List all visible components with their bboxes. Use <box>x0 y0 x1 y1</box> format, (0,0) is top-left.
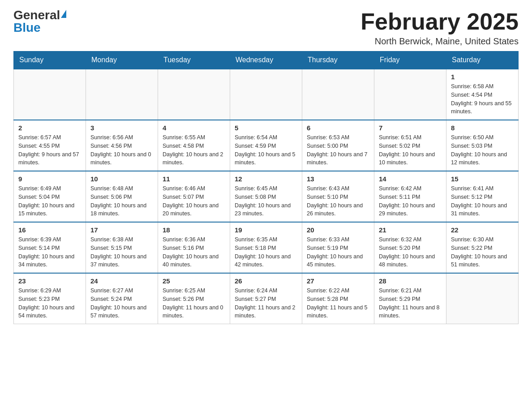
day-sun-info: Sunrise: 6:25 AM Sunset: 5:26 PM Dayligh… <box>163 287 225 320</box>
day-number: 23 <box>18 277 81 285</box>
day-sun-info: Sunrise: 6:22 AM Sunset: 5:28 PM Dayligh… <box>307 287 369 320</box>
calendar-day-cell: 13Sunrise: 6:43 AM Sunset: 5:10 PM Dayli… <box>302 171 374 222</box>
calendar-day-cell: 22Sunrise: 6:30 AM Sunset: 5:22 PM Dayli… <box>446 222 519 273</box>
calendar-day-cell: 14Sunrise: 6:42 AM Sunset: 5:11 PM Dayli… <box>374 171 446 222</box>
day-number: 16 <box>18 226 81 234</box>
day-sun-info: Sunrise: 6:27 AM Sunset: 5:24 PM Dayligh… <box>90 287 153 320</box>
location-subtitle: North Berwick, Maine, United States <box>360 36 519 47</box>
calendar-day-cell: 25Sunrise: 6:25 AM Sunset: 5:26 PM Dayli… <box>158 273 230 324</box>
day-number: 28 <box>379 277 442 285</box>
day-sun-info: Sunrise: 6:58 AM Sunset: 4:54 PM Dayligh… <box>451 82 514 116</box>
day-number: 21 <box>379 226 442 234</box>
day-number: 11 <box>163 175 225 183</box>
calendar-week-row: 16Sunrise: 6:39 AM Sunset: 5:14 PM Dayli… <box>14 222 519 273</box>
day-number: 4 <box>163 124 225 132</box>
calendar-day-cell: 18Sunrise: 6:36 AM Sunset: 5:16 PM Dayli… <box>158 222 230 273</box>
day-sun-info: Sunrise: 6:21 AM Sunset: 5:29 PM Dayligh… <box>379 287 442 320</box>
calendar-day-cell: 15Sunrise: 6:41 AM Sunset: 5:12 PM Dayli… <box>446 171 519 222</box>
day-number: 17 <box>90 226 153 234</box>
day-number: 26 <box>235 277 297 285</box>
calendar-day-cell <box>230 69 302 120</box>
logo-general-text: General <box>13 9 60 21</box>
title-section: February 2025 North Berwick, Maine, Unit… <box>360 9 519 47</box>
day-number: 9 <box>18 175 81 183</box>
logo-triangle-icon <box>61 10 66 18</box>
day-number: 10 <box>90 175 153 183</box>
day-number: 6 <box>307 124 369 132</box>
day-of-week-header: Saturday <box>446 51 519 69</box>
day-number: 7 <box>379 124 442 132</box>
day-number: 27 <box>307 277 369 285</box>
logo: General Blue <box>13 9 66 34</box>
calendar-day-cell: 24Sunrise: 6:27 AM Sunset: 5:24 PM Dayli… <box>86 273 158 324</box>
day-sun-info: Sunrise: 6:48 AM Sunset: 5:06 PM Dayligh… <box>90 184 153 218</box>
day-number: 1 <box>451 73 514 81</box>
logo-blue-text: Blue <box>13 21 41 34</box>
calendar-day-cell: 7Sunrise: 6:51 AM Sunset: 5:02 PM Daylig… <box>374 120 446 171</box>
day-sun-info: Sunrise: 6:46 AM Sunset: 5:07 PM Dayligh… <box>163 184 225 218</box>
calendar-day-cell: 27Sunrise: 6:22 AM Sunset: 5:28 PM Dayli… <box>302 273 374 324</box>
day-of-week-header: Tuesday <box>158 51 230 69</box>
day-sun-info: Sunrise: 6:41 AM Sunset: 5:12 PM Dayligh… <box>451 184 514 218</box>
day-sun-info: Sunrise: 6:50 AM Sunset: 5:03 PM Dayligh… <box>451 133 514 167</box>
day-sun-info: Sunrise: 6:39 AM Sunset: 5:14 PM Dayligh… <box>18 235 81 269</box>
calendar-day-cell: 8Sunrise: 6:50 AM Sunset: 5:03 PM Daylig… <box>446 120 519 171</box>
day-sun-info: Sunrise: 6:56 AM Sunset: 4:56 PM Dayligh… <box>90 133 153 167</box>
day-sun-info: Sunrise: 6:53 AM Sunset: 5:00 PM Dayligh… <box>307 133 369 167</box>
calendar-day-cell: 20Sunrise: 6:33 AM Sunset: 5:19 PM Dayli… <box>302 222 374 273</box>
calendar-day-cell <box>14 69 86 120</box>
day-number: 8 <box>451 124 514 132</box>
day-sun-info: Sunrise: 6:36 AM Sunset: 5:16 PM Dayligh… <box>163 235 225 269</box>
calendar-day-cell: 3Sunrise: 6:56 AM Sunset: 4:56 PM Daylig… <box>86 120 158 171</box>
day-sun-info: Sunrise: 6:38 AM Sunset: 5:15 PM Dayligh… <box>90 235 153 269</box>
day-sun-info: Sunrise: 6:35 AM Sunset: 5:18 PM Dayligh… <box>235 235 297 269</box>
day-number: 25 <box>163 277 225 285</box>
calendar-day-cell: 12Sunrise: 6:45 AM Sunset: 5:08 PM Dayli… <box>230 171 302 222</box>
day-sun-info: Sunrise: 6:42 AM Sunset: 5:11 PM Dayligh… <box>379 184 442 218</box>
day-of-week-header: Thursday <box>302 51 374 69</box>
day-number: 2 <box>18 124 81 132</box>
day-number: 13 <box>307 175 369 183</box>
day-sun-info: Sunrise: 6:24 AM Sunset: 5:27 PM Dayligh… <box>235 287 297 320</box>
day-sun-info: Sunrise: 6:33 AM Sunset: 5:19 PM Dayligh… <box>307 235 369 269</box>
calendar-day-cell: 28Sunrise: 6:21 AM Sunset: 5:29 PM Dayli… <box>374 273 446 324</box>
calendar-day-cell: 21Sunrise: 6:32 AM Sunset: 5:20 PM Dayli… <box>374 222 446 273</box>
day-number: 3 <box>90 124 153 132</box>
calendar-week-row: 1Sunrise: 6:58 AM Sunset: 4:54 PM Daylig… <box>14 69 519 120</box>
calendar-day-cell: 11Sunrise: 6:46 AM Sunset: 5:07 PM Dayli… <box>158 171 230 222</box>
day-number: 20 <box>307 226 369 234</box>
day-sun-info: Sunrise: 6:57 AM Sunset: 4:55 PM Dayligh… <box>18 133 81 167</box>
calendar-day-cell: 26Sunrise: 6:24 AM Sunset: 5:27 PM Dayli… <box>230 273 302 324</box>
day-number: 12 <box>235 175 297 183</box>
calendar-table: SundayMondayTuesdayWednesdayThursdayFrid… <box>13 51 519 324</box>
calendar-day-cell: 6Sunrise: 6:53 AM Sunset: 5:00 PM Daylig… <box>302 120 374 171</box>
calendar-day-cell: 1Sunrise: 6:58 AM Sunset: 4:54 PM Daylig… <box>446 69 519 120</box>
day-number: 19 <box>235 226 297 234</box>
day-of-week-header: Sunday <box>14 51 86 69</box>
day-sun-info: Sunrise: 6:32 AM Sunset: 5:20 PM Dayligh… <box>379 235 442 269</box>
day-of-week-header: Monday <box>86 51 158 69</box>
day-number: 15 <box>451 175 514 183</box>
day-sun-info: Sunrise: 6:51 AM Sunset: 5:02 PM Dayligh… <box>379 133 442 167</box>
calendar-day-cell: 10Sunrise: 6:48 AM Sunset: 5:06 PM Dayli… <box>86 171 158 222</box>
day-of-week-header: Friday <box>374 51 446 69</box>
day-number: 24 <box>90 277 153 285</box>
day-number: 18 <box>163 226 225 234</box>
calendar-day-cell <box>374 69 446 120</box>
day-sun-info: Sunrise: 6:54 AM Sunset: 4:59 PM Dayligh… <box>235 133 297 167</box>
calendar-day-cell <box>302 69 374 120</box>
calendar-week-row: 2Sunrise: 6:57 AM Sunset: 4:55 PM Daylig… <box>14 120 519 171</box>
day-sun-info: Sunrise: 6:45 AM Sunset: 5:08 PM Dayligh… <box>235 184 297 218</box>
calendar-day-cell: 9Sunrise: 6:49 AM Sunset: 5:04 PM Daylig… <box>14 171 86 222</box>
calendar-day-cell <box>158 69 230 120</box>
day-number: 14 <box>379 175 442 183</box>
calendar-day-cell: 5Sunrise: 6:54 AM Sunset: 4:59 PM Daylig… <box>230 120 302 171</box>
calendar-week-row: 23Sunrise: 6:29 AM Sunset: 5:23 PM Dayli… <box>14 273 519 324</box>
page-header: General Blue February 2025 North Berwick… <box>13 9 519 47</box>
calendar-day-cell: 2Sunrise: 6:57 AM Sunset: 4:55 PM Daylig… <box>14 120 86 171</box>
day-sun-info: Sunrise: 6:29 AM Sunset: 5:23 PM Dayligh… <box>18 287 81 320</box>
calendar-day-cell: 4Sunrise: 6:55 AM Sunset: 4:58 PM Daylig… <box>158 120 230 171</box>
calendar-day-cell <box>86 69 158 120</box>
calendar-day-cell: 19Sunrise: 6:35 AM Sunset: 5:18 PM Dayli… <box>230 222 302 273</box>
day-number: 5 <box>235 124 297 132</box>
